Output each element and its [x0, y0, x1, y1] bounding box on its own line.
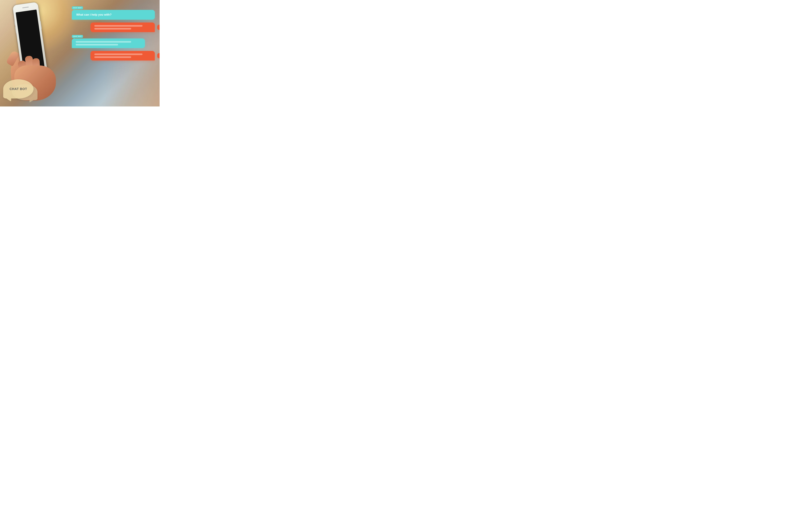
chat-row-3: CHAT BOT	[72, 35, 155, 48]
chat-area: CHAT BOT What can i help you with? CHAT …	[72, 6, 155, 60]
user-bubble-2-wrapper	[82, 51, 155, 60]
chatbot-label-1: CHAT BOT	[72, 6, 83, 9]
chatbot-label-1-text: CHAT BOT	[73, 7, 82, 8]
bot-bubble-1: What can i help you with?	[72, 10, 155, 20]
user-bubble-2	[91, 51, 155, 60]
chat-row-2	[72, 22, 155, 32]
chatbot-logo-area: CHAT BOT	[3, 73, 38, 102]
phone-button-left-1	[14, 21, 16, 25]
chat-row-4	[72, 51, 155, 60]
bot-line-1	[76, 41, 131, 43]
phone-button-right	[40, 21, 42, 29]
chatbot-label-2-text: CHAT BOT	[73, 36, 82, 37]
speech-bubble-large: CHAT BOT	[3, 79, 34, 98]
user2-line-2	[94, 56, 131, 58]
phone-button-left-2	[15, 27, 17, 33]
thumb	[6, 50, 20, 66]
bot-line-2	[76, 44, 118, 45]
chatbot-logo-text: CHAT BOT	[10, 87, 27, 91]
typing-indicator-1	[157, 25, 159, 30]
main-question-text: What can i help you with?	[76, 13, 112, 16]
chatbot-label-2: CHAT BOT	[72, 35, 83, 38]
user-line-1	[94, 25, 142, 27]
phone-earpiece	[22, 6, 29, 8]
phone	[12, 2, 48, 81]
chat-row-1: CHAT BOT What can i help you with?	[72, 6, 155, 20]
user-bubble-1-wrapper	[82, 22, 155, 32]
user2-line-1	[94, 54, 142, 55]
bot-bubble-2	[72, 38, 145, 48]
typing-indicator-2	[157, 53, 159, 58]
user-bubble-1	[91, 22, 155, 32]
phone-screen	[16, 10, 45, 72]
user-line-2	[94, 28, 131, 30]
